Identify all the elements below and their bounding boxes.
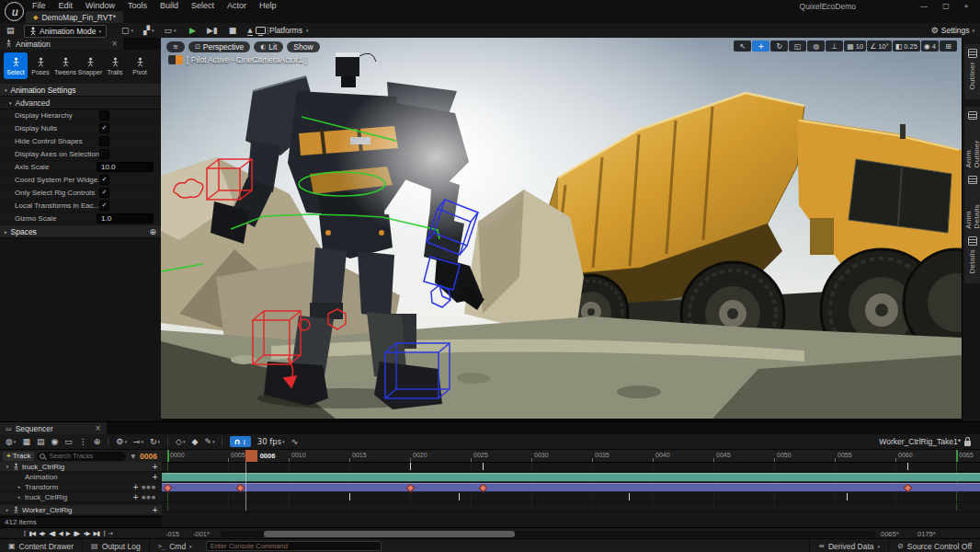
menu-tools[interactable]: Tools xyxy=(121,1,154,10)
level-viewport[interactable]: ≡ ⊡ Perspective ◐ Lit Show [ Pilot Activ… xyxy=(161,38,962,421)
track-row-truck-ctrlrig[interactable]: ▾ truck_CtrlRig + xyxy=(0,462,162,472)
menu-actor[interactable]: Actor xyxy=(221,1,253,10)
select-tool-button[interactable]: ↖ xyxy=(734,40,751,52)
add-track-button[interactable]: +Track xyxy=(3,452,34,461)
timeline-scrollbar[interactable] xyxy=(221,531,875,537)
add-section-icon[interactable]: + xyxy=(152,463,158,471)
render-movie-button[interactable]: ▭ xyxy=(64,437,73,446)
keying-options-button[interactable]: ⊸ ▾ xyxy=(133,437,143,446)
console-command-input[interactable]: Enter Console Command xyxy=(206,541,382,551)
checkbox-display-hierarchy[interactable] xyxy=(99,110,109,121)
menu-select[interactable]: Select xyxy=(185,1,221,10)
checkbox-hide-control-shapes[interactable] xyxy=(99,136,109,146)
level-tab[interactable]: ◆ DemoMap_Fin_RVT* xyxy=(26,11,123,23)
checkbox-display-axes-on-selection[interactable] xyxy=(99,149,109,159)
section-bar[interactable] xyxy=(162,473,980,482)
caret-icon[interactable]: ▸ xyxy=(17,494,22,500)
playhead-line[interactable] xyxy=(245,462,246,511)
sequence-breadcrumb[interactable]: Worker_CtrlRig_Take1* xyxy=(879,437,961,446)
output-log-button[interactable]: ▤ Output Log xyxy=(83,539,150,552)
close-icon[interactable]: × xyxy=(111,40,118,48)
menu-build[interactable]: Build xyxy=(154,1,185,10)
platforms-dropdown[interactable]: Platforms ▾ xyxy=(256,25,308,36)
anim-tool-tweens[interactable]: Tweens xyxy=(53,52,77,79)
add-section-icon[interactable]: + xyxy=(152,473,158,481)
tab-outliner[interactable]: Outliner xyxy=(964,44,980,99)
add-section-icon[interactable]: + xyxy=(132,483,139,491)
view-range-end[interactable]: 0175* xyxy=(917,530,936,538)
viewport-scene[interactable] xyxy=(161,38,962,419)
add-actor-track-button[interactable]: ⊕ xyxy=(94,437,101,446)
menu-help[interactable]: Help xyxy=(253,1,283,10)
grid-snap-button[interactable]: ▦ 10 xyxy=(844,40,866,52)
menu-window[interactable]: Window xyxy=(79,1,121,10)
keyframe[interactable] xyxy=(349,493,350,500)
find-in-content-browser-button[interactable]: ▤ xyxy=(37,437,45,446)
section-spaces[interactable]: ▸ Spaces ⊕ xyxy=(0,225,161,238)
scale-tool-button[interactable]: ◱ xyxy=(789,40,806,52)
section-bar[interactable] xyxy=(162,483,980,492)
add-space-icon[interactable]: ⊕ xyxy=(149,227,156,236)
timeline-ruler[interactable]: 0000000500100015002000250030003500400045… xyxy=(162,450,980,463)
rotation-snap-button[interactable]: ∠ 10° xyxy=(867,40,892,52)
auto-key-button[interactable]: ↻ ▾ xyxy=(150,437,160,446)
maximize-viewport-button[interactable]: ⊞ xyxy=(940,40,957,52)
stop-button[interactable]: ■ xyxy=(226,26,240,35)
filter-icon[interactable]: ▼ xyxy=(129,453,137,459)
viewport-menu-button[interactable]: ≡ xyxy=(166,41,185,52)
sequencer-timeline[interactable]: 0000000500100015002000250030003500400045… xyxy=(162,450,980,527)
key-nav-dots[interactable]: ●●● xyxy=(142,484,156,489)
keyframe[interactable] xyxy=(459,493,460,500)
world-coord-button[interactable]: ◍ xyxy=(807,40,825,52)
snap-toggle-button[interactable]: ∩ ⋮ xyxy=(230,436,250,447)
view-range-start[interactable]: -015 xyxy=(165,530,179,538)
timeline-row-transform[interactable] xyxy=(162,482,980,492)
input-axis-scale[interactable]: 10.0 xyxy=(97,162,154,172)
close-button[interactable]: × xyxy=(958,1,974,11)
add-actor-dropdown[interactable]: ▢▾ xyxy=(118,26,137,35)
caret-icon[interactable]: ▸ xyxy=(17,484,22,489)
unreal-logo-icon[interactable]: u xyxy=(5,2,24,21)
content-drawer-button[interactable]: ▣ Content Drawer xyxy=(0,539,83,552)
camera-speed-button[interactable]: ◉ 4 xyxy=(921,40,939,52)
play-button[interactable]: ▶ xyxy=(187,26,199,35)
maximize-button[interactable]: ▢ xyxy=(938,1,954,11)
source-control-button[interactable]: ⊘ Source Control Off xyxy=(888,539,980,552)
launch-button[interactable]: ▲ xyxy=(247,28,252,36)
fps-select-button[interactable]: 30 fps ▾ xyxy=(257,437,285,446)
timeline-row-truck-ctrlrig-child[interactable] xyxy=(162,492,980,502)
show-flags-button[interactable]: Show xyxy=(287,41,319,52)
curve-editor-button[interactable]: ∿ xyxy=(291,437,299,446)
anim-tool-poses[interactable]: Poses xyxy=(28,52,52,79)
scale-snap-button[interactable]: ◧ 0.25 xyxy=(893,40,920,52)
checkbox-local-transforms-in-eac[interactable]: ✓ xyxy=(99,201,109,211)
world-options-button[interactable]: ◍ ▾ xyxy=(6,437,16,446)
edit-options-button[interactable]: ✎ ▾ xyxy=(204,437,214,446)
actions-button[interactable]: ⚙ ▾ xyxy=(116,437,127,446)
rotate-tool-button[interactable]: ↻ xyxy=(770,40,788,52)
lit-mode-button[interactable]: ◐ Lit xyxy=(254,41,283,52)
caret-icon[interactable]: ▾ xyxy=(5,464,10,469)
add-keyframe-button[interactable]: ◆ xyxy=(191,437,198,446)
track-row-transform[interactable]: ▸ Transform + ●●● xyxy=(0,482,162,492)
playback-range-marker[interactable] xyxy=(956,450,958,462)
surface-snap-button[interactable]: ⊥ xyxy=(826,40,843,52)
skip-button[interactable]: ▶▮ xyxy=(204,26,221,35)
tab-details[interactable]: Details xyxy=(964,232,980,283)
move-tool-button[interactable]: + xyxy=(752,40,769,52)
working-range-start[interactable]: -001* xyxy=(193,530,210,538)
anim-tool-pivot[interactable]: Pivot xyxy=(128,52,152,79)
cmd-dropdown[interactable]: >_ Cmd ▾ xyxy=(150,539,200,552)
keyframe[interactable] xyxy=(629,493,630,500)
tab-anim-details[interactable]: Anim Details xyxy=(964,171,980,234)
keyframe-options-button[interactable]: ◇ ▾ xyxy=(176,437,185,446)
scrollbar-thumb[interactable] xyxy=(264,531,515,537)
add-section-icon[interactable]: + xyxy=(132,493,139,501)
menu-file[interactable]: File xyxy=(26,1,52,10)
checkbox-only-select-rig-controls[interactable]: ✓ xyxy=(99,188,109,198)
lock-icon[interactable] xyxy=(964,441,971,446)
timeline-row-worker-ctrlrig[interactable] xyxy=(162,502,980,512)
playhead[interactable] xyxy=(245,450,257,462)
track-row-truck-ctrlrig[interactable]: ▸ truck_CtrlRig + ●●● xyxy=(0,492,162,502)
anim-tool-trails[interactable]: Trails xyxy=(103,52,127,79)
